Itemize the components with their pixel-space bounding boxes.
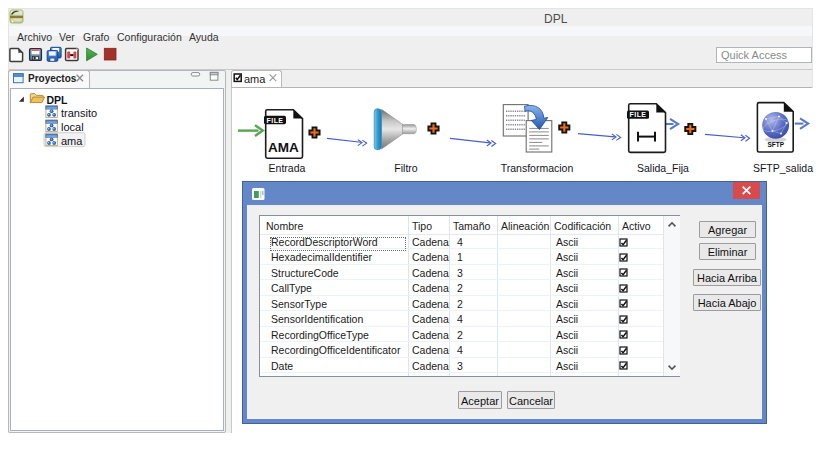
svg-text:FILE: FILE (267, 117, 284, 124)
svg-text:FILE: FILE (630, 111, 647, 118)
svg-text:AMA: AMA (268, 140, 299, 155)
svg-text:SFTP: SFTP (767, 141, 784, 148)
